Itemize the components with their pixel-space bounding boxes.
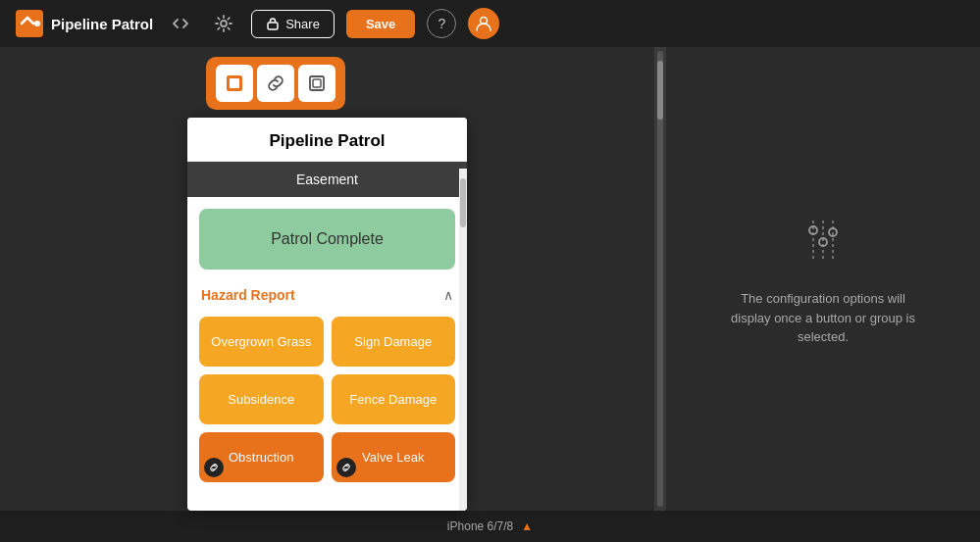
text-icon	[225, 74, 244, 93]
avatar-button[interactable]	[468, 8, 499, 39]
svg-point-1	[34, 21, 40, 26]
hazard-report-header: Hazard Report ∧	[199, 281, 455, 309]
svg-rect-7	[310, 76, 324, 90]
hazard-report-title: Hazard Report	[201, 287, 295, 303]
link-icon	[266, 74, 285, 93]
patrol-complete-button[interactable]: Patrol Complete	[199, 209, 455, 270]
code-editor-button[interactable]	[165, 8, 196, 39]
link-badge-obstruction	[204, 458, 224, 477]
config-message: The configuration options will display o…	[725, 289, 921, 347]
bottom-bar: iPhone 6/7/8 ▲	[0, 511, 980, 542]
link-badge-valve-leak	[336, 458, 356, 477]
user-icon	[475, 15, 492, 32]
chevron-up-icon[interactable]: ∧	[443, 287, 453, 303]
svg-rect-8	[313, 79, 321, 87]
phone-content: Patrol Complete Hazard Report ∧ Overgrow…	[187, 197, 467, 511]
lock-icon	[266, 17, 280, 30]
config-sliders-icon	[789, 211, 857, 273]
device-label: iPhone 6/7/8	[447, 519, 513, 533]
hazard-button-sign-damage[interactable]: Sign Damage	[332, 317, 456, 367]
nav-actions: Share Save ?	[165, 8, 499, 39]
logo-icon	[16, 10, 43, 37]
device-arrow[interactable]: ▲	[521, 519, 533, 533]
frame-icon	[307, 74, 327, 93]
scrollbar-track	[657, 51, 663, 507]
svg-rect-6	[230, 78, 239, 88]
frame-tool-button[interactable]	[298, 65, 335, 102]
code-icon	[171, 14, 190, 33]
hazard-button-fence-damage[interactable]: Fence Damage	[332, 374, 456, 424]
share-button[interactable]: Share	[251, 10, 335, 38]
svg-point-2	[221, 21, 227, 26]
app-title: Pipeline Patrol	[51, 16, 153, 32]
hazard-button-obstruction[interactable]: Obstruction	[199, 432, 324, 482]
vertical-scrollbar[interactable]	[654, 47, 666, 511]
help-button[interactable]: ?	[427, 9, 456, 38]
svg-rect-3	[268, 23, 278, 29]
phone-frame: Pipeline Patrol Easement Patrol Complete…	[187, 118, 467, 511]
phone-toolbar	[206, 57, 345, 110]
link-tool-button[interactable]	[257, 65, 294, 102]
left-panel: Pipeline Patrol Easement Patrol Complete…	[0, 47, 654, 511]
hazard-button-overgrown-grass[interactable]: Overgrown Grass	[199, 317, 324, 367]
top-navigation: Pipeline Patrol Share Save ?	[0, 0, 980, 47]
save-button[interactable]: Save	[346, 10, 415, 38]
section-bar: Easement	[187, 162, 467, 197]
phone-title: Pipeline Patrol	[187, 118, 467, 162]
settings-button[interactable]	[208, 8, 239, 39]
text-tool-button[interactable]	[216, 65, 253, 102]
hazard-button-subsidence[interactable]: Subsidence	[199, 374, 324, 424]
hazard-grid: Overgrown Grass Sign Damage Subsidence F…	[199, 317, 455, 482]
scrollbar-thumb[interactable]	[657, 61, 663, 120]
app-logo: Pipeline Patrol	[16, 10, 153, 37]
main-area: Pipeline Patrol Easement Patrol Complete…	[0, 47, 980, 511]
gear-icon	[214, 14, 233, 33]
hazard-button-valve-leak[interactable]: Valve Leak	[332, 432, 456, 482]
right-panel: The configuration options will display o…	[666, 47, 980, 511]
